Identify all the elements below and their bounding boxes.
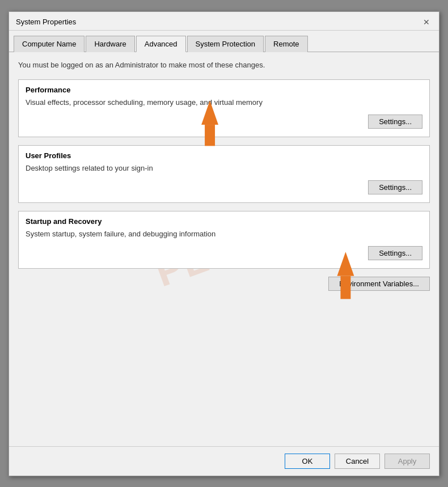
title-bar: System Properties ✕ (9, 12, 439, 31)
user-profiles-section: User Profiles Desktop settings related t… (18, 145, 430, 203)
user-profiles-settings-row: Settings... (26, 180, 422, 194)
tab-content: PLCom You must be logged on as an Admini… (9, 52, 439, 446)
performance-title: Performance (26, 86, 422, 94)
cancel-button[interactable]: Cancel (335, 454, 380, 469)
user-profiles-desc: Desktop settings related to your sign-in (26, 163, 422, 173)
tab-bar: Computer Name Hardware Advanced System P… (9, 31, 439, 52)
user-profiles-title: User Profiles (26, 151, 422, 160)
tab-computer-name[interactable]: Computer Name (14, 36, 84, 52)
system-properties-window: System Properties ✕ Computer Name Hardwa… (9, 11, 439, 476)
tab-system-protection[interactable]: System Protection (187, 36, 264, 52)
performance-desc: Visual effects, processor scheduling, me… (26, 98, 422, 108)
performance-section: Performance Visual effects, processor sc… (18, 79, 430, 137)
ok-button[interactable]: OK (285, 454, 330, 469)
tab-hardware[interactable]: Hardware (86, 36, 134, 52)
env-variables-row: Environment Variables... (18, 277, 430, 291)
apply-button[interactable]: Apply (384, 454, 430, 469)
tab-remote[interactable]: Remote (265, 36, 308, 52)
performance-settings-row: Settings... (26, 115, 422, 129)
startup-recovery-settings-button[interactable]: Settings... (368, 246, 422, 260)
footer: OK Cancel Apply (9, 446, 439, 476)
env-variables-button[interactable]: Environment Variables... (328, 277, 430, 291)
startup-recovery-title: Startup and Recovery (26, 217, 422, 226)
window-inner: PLCom You must be logged on as an Admini… (9, 52, 439, 476)
tab-advanced[interactable]: Advanced (136, 36, 186, 52)
startup-recovery-desc: System startup, system failure, and debu… (26, 229, 422, 239)
startup-recovery-section: Startup and Recovery System startup, sys… (18, 211, 430, 269)
startup-recovery-settings-row: Settings... (26, 246, 422, 260)
window-title: System Properties (16, 18, 76, 26)
admin-notice: You must be logged on as an Administrato… (18, 60, 430, 70)
user-profiles-settings-button[interactable]: Settings... (368, 180, 422, 194)
close-button[interactable]: ✕ (421, 16, 432, 28)
performance-settings-button[interactable]: Settings... (368, 115, 422, 129)
